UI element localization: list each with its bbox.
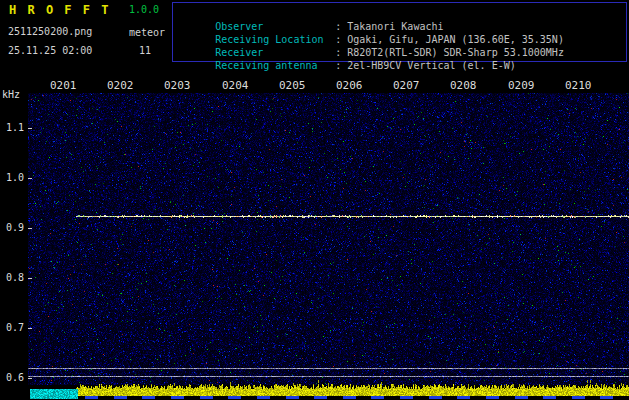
info-value: : R820T2(RTL-SDR) SDR-Sharp 53.1000MHz [335, 47, 564, 58]
freq-tick-label: 0.6 [6, 372, 24, 383]
info-value: : Takanori Kawachi [335, 21, 443, 32]
time-tick-label: 0209 [508, 79, 535, 92]
info-value: : 2el-HB9CV Vertical (el. E-W) [335, 60, 516, 71]
info-row-observer: Observer: Takanori Kawachi [179, 7, 626, 20]
mode-label: meteor [129, 27, 165, 38]
time-tick-label: 0206 [336, 79, 363, 92]
info-label: Receiving Location [215, 33, 335, 46]
time-tick-label: 0210 [565, 79, 592, 92]
info-label: Receiver [215, 46, 335, 59]
time-tick-label: 0205 [279, 79, 306, 92]
info-label: Observer [215, 20, 335, 33]
time-tick-label: 0208 [450, 79, 477, 92]
hrofft-window: H R O F F T 1.0.0 2511250200.png meteor … [0, 0, 629, 400]
app-version: 1.0.0 [129, 4, 159, 15]
observation-datetime: 25.11.25 02:00 [8, 45, 92, 56]
freq-tick-label: 0.7 [6, 322, 24, 333]
time-tick-label: 0204 [222, 79, 249, 92]
observer-info-box: Observer: Takanori Kawachi Receiving Loc… [172, 2, 627, 62]
freq-tick-label: 0.9 [6, 222, 24, 233]
app-title: H R O F F T [9, 3, 110, 17]
output-filename: 2511250200.png [8, 26, 92, 37]
freq-tick-label: 1.0 [6, 172, 24, 183]
time-tick-label: 0201 [50, 79, 77, 92]
info-value: : Ogaki, Gifu, JAPAN (136.60E, 35.35N) [335, 34, 564, 45]
echo-count: 11 [139, 45, 151, 56]
freq-unit-label: kHz [2, 89, 20, 100]
freq-tick-label: 1.1 [6, 122, 24, 133]
freq-tick-label: 0.8 [6, 272, 24, 283]
time-tick-label: 0203 [164, 79, 191, 92]
time-tick-label: 0207 [393, 79, 420, 92]
info-label: Receiving antenna [215, 59, 335, 72]
spectrogram-canvas [28, 93, 629, 400]
time-tick-label: 0202 [107, 79, 134, 92]
